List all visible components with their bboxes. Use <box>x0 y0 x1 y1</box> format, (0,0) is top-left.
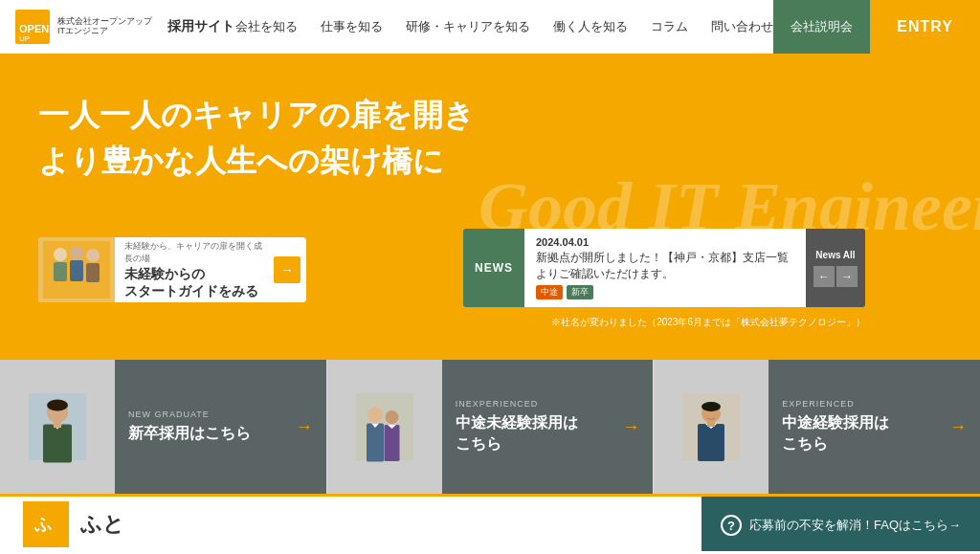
hero-section: Good IT Engineer 一人一人のキャリアの扉を開き より豊かな人生へ… <box>0 54 980 360</box>
card-photo-new-graduate <box>0 360 115 494</box>
news-all-col[interactable]: News All ← → <box>806 229 865 307</box>
svg-rect-7 <box>70 260 83 281</box>
faq-button[interactable]: ? 応募前の不安を解消！FAQはこちら→ <box>702 497 980 551</box>
svg-rect-5 <box>54 262 67 281</box>
svg-text:ふ: ふ <box>33 515 53 534</box>
card-photo-experienced <box>654 360 768 494</box>
nav-company[interactable]: 会社を知る <box>235 18 298 35</box>
entry-button[interactable]: ENTRY <box>870 0 980 54</box>
card-arrow-new-graduate: → <box>296 417 313 437</box>
faq-icon: ? <box>721 515 742 536</box>
news-nav-buttons: ← → <box>813 266 858 287</box>
hero-guide-card[interactable]: 未経験から、キャリアの扉を開く成長の場 未経験からの スタートガイドをみる → <box>38 237 306 302</box>
card-arrow-experienced: → <box>949 417 967 437</box>
news-tags: 中途 新卒 <box>536 285 794 299</box>
svg-rect-14 <box>54 422 61 428</box>
card-label-inexperienced: INEXPERIENCED <box>456 399 640 409</box>
news-date: 2024.04.01 <box>536 236 794 248</box>
news-content: 2024.04.01 新拠点が開所しました！【神戸・京都】支店一覧よりご確認いた… <box>524 229 806 307</box>
card-title-new-graduate: 新卒採用はこちら <box>128 423 313 444</box>
svg-rect-17 <box>367 424 384 462</box>
card-new-graduate[interactable]: NEW GRADUATE 新卒採用はこちら → <box>0 360 326 494</box>
nav-people[interactable]: 働く人を知る <box>553 18 628 35</box>
card-body-experienced: EXPERIENCED 中途経験採用は こちら → <box>768 360 980 494</box>
hero-headline: 一人一人のキャリアの扉を開き より豊かな人生への架け橋に <box>38 92 475 184</box>
svg-rect-19 <box>384 425 399 461</box>
bottom-strip-icon: ふ <box>23 501 69 547</box>
hero-card-body: 未経験から、キャリアの扉を開く成長の場 未経験からの スタートガイドをみる <box>115 237 274 302</box>
header: OPEN UP 株式会社オープンアップ ITエンジニア 採用サイト 会社を知る … <box>0 0 980 54</box>
cards-section: NEW GRADUATE 新卒採用はこちら → <box>0 360 980 494</box>
svg-point-22 <box>702 402 721 411</box>
hero-notice: ※社名が変わりました（2023年6月までは「株式会社夢テクノロジー」） <box>551 316 865 329</box>
logo-area: OPEN UP 株式会社オープンアップ ITエンジニア 採用サイト <box>15 10 234 44</box>
svg-text:OPEN: OPEN <box>19 23 49 34</box>
card-arrow-inexperienced: → <box>622 417 639 437</box>
svg-rect-13 <box>43 425 72 463</box>
card-title-inexperienced: 中途未経験採用は こちら <box>456 412 640 455</box>
svg-point-4 <box>54 248 67 261</box>
hero-content: 一人一人のキャリアの扉を開き より豊かな人生への架け橋に <box>38 92 475 184</box>
svg-rect-23 <box>698 424 724 461</box>
svg-point-12 <box>47 400 68 411</box>
bottom-strip: ふ ふと ? 応募前の不安を解消！FAQはこちら→ <box>0 494 980 551</box>
company-info-button[interactable]: 会社説明会 <box>773 0 870 54</box>
logo-icon: OPEN UP <box>15 10 50 44</box>
news-title: 新拠点が開所しました！【神戸・京都】支店一覧よりご確認いただけます。 <box>536 250 794 282</box>
svg-text:UP: UP <box>19 34 30 43</box>
card-label-new-graduate: NEW GRADUATE <box>128 410 313 419</box>
logo-text: 株式会社オープンアップ ITエンジニア <box>57 17 152 36</box>
nav-contact[interactable]: 問い合わせ <box>711 18 773 35</box>
news-all-label: News All <box>815 250 855 260</box>
svg-point-18 <box>385 410 398 424</box>
hero-card-arrow[interactable]: → <box>274 256 301 283</box>
news-prev-button[interactable]: ← <box>813 266 835 287</box>
card-label-experienced: EXPERIENCED <box>782 399 967 409</box>
nav-work[interactable]: 仕事を知る <box>321 18 383 35</box>
nav-training[interactable]: 研修・キャリアを知る <box>406 18 530 35</box>
card-body-new-graduate: NEW GRADUATE 新卒採用はこちら → <box>115 360 326 494</box>
hero-headline-line1: 一人一人のキャリアの扉を開き <box>38 92 475 138</box>
card-inexperienced[interactable]: INEXPERIENCED 中途未経験採用は こちら → <box>326 360 654 494</box>
news-label: NEWS <box>463 229 524 307</box>
svg-rect-9 <box>86 263 100 282</box>
card-body-inexperienced: INEXPERIENCED 中途未経験採用は こちら → <box>442 360 654 494</box>
card-experienced[interactable]: EXPERIENCED 中途経験採用は こちら → <box>653 360 980 494</box>
hero-headline-line2: より豊かな人生への架け橋に <box>38 138 475 184</box>
faq-label: 応募前の不安を解消！FAQはこちら→ <box>749 517 961 534</box>
card-title-experienced: 中途経験採用は こちら <box>782 412 967 455</box>
header-actions: 会社説明会 ENTRY <box>773 0 980 53</box>
svg-point-16 <box>368 408 383 423</box>
card-photo-inexperienced <box>327 360 442 494</box>
hero-news-box: NEWS 2024.04.01 新拠点が開所しました！【神戸・京都】支店一覧より… <box>463 229 865 307</box>
site-label: 採用サイト <box>167 18 234 35</box>
svg-point-8 <box>86 249 100 262</box>
hero-card-image <box>38 237 115 302</box>
svg-rect-24 <box>707 422 715 427</box>
logo-company2: ITエンジニア <box>57 27 152 36</box>
header-nav: 会社を知る 仕事を知る 研修・キャリアを知る 働く人を知る コラム 問い合わせ <box>234 18 773 35</box>
hero-card-subtitle: 未経験から、キャリアの扉を開く成長の場 <box>124 240 264 265</box>
nav-column[interactable]: コラム <box>651 18 688 35</box>
news-tag-shinsotsu: 新卒 <box>567 285 593 299</box>
bottom-strip-text: ふと <box>80 510 124 539</box>
news-tag-chuto: 中途 <box>536 285 563 299</box>
svg-point-6 <box>70 246 83 259</box>
hero-card-title: 未経験からの スタートガイドをみる <box>124 265 264 299</box>
news-next-button[interactable]: → <box>836 266 858 287</box>
bottom-strip-left: ふ ふと <box>23 501 124 547</box>
